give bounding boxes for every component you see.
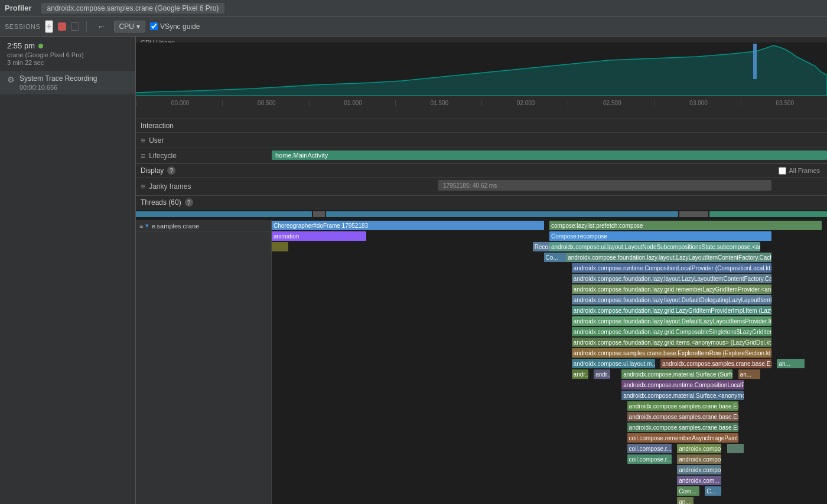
ui-layout-block[interactable]: androidx.compose.ui.layout.m... xyxy=(572,359,655,368)
small-block-1[interactable] xyxy=(727,444,744,453)
user-track-row: ≡ User xyxy=(136,133,827,148)
layoutnode-label: androidx.compose.ui.layout.LayoutNodeSub… xyxy=(551,244,760,250)
recording-name: System Trace Recording xyxy=(19,74,97,83)
choreo-label: Choreographer#doFrame 17952183 xyxy=(274,222,368,229)
com-block[interactable]: Com... xyxy=(677,486,699,496)
choreo-block[interactable]: Choreographer#doFrame 17952183 xyxy=(272,221,544,230)
explore-image-container-block[interactable]: androidx.compose.samples.crane.base.Expl… xyxy=(660,359,771,368)
hamburger-icon-janky[interactable]: ≡ xyxy=(141,182,145,191)
display-section: Display ? All Frames ≡ Janky frames 1795… xyxy=(136,164,827,196)
flame-row-5: A... androidx.compose.runtime.Compositio… xyxy=(272,263,827,273)
composition-local-label: androidx.compose.runtime.CompositionLoca… xyxy=(574,265,771,271)
flame-row-16: androidx.compose.runtime.CompositionLoca… xyxy=(272,379,827,390)
default-delegating-label: androidx.compose.foundation.lazy.layout.… xyxy=(574,297,771,303)
coil-async-block[interactable]: coil.compose.rememberAsyncImagePainter (… xyxy=(627,433,738,443)
andr-block-2[interactable]: andr... xyxy=(594,369,610,379)
co-block[interactable]: Co... xyxy=(544,253,566,262)
session-duration: 3 min 22 sec xyxy=(7,59,128,66)
ruler-tick-4: 02.000 xyxy=(481,100,568,106)
thread-labels-panel: ≡ ▾ e.samples.crane xyxy=(136,220,272,504)
lazylist-label: compose:lazylist:prefetch:compose xyxy=(551,222,643,229)
title-bar: Profiler androidx.compose.samples.crane … xyxy=(0,0,827,17)
all-frames-check[interactable]: All Frames xyxy=(779,167,820,175)
explore-item-row-label: androidx.compose.samples.crane.base.Expl… xyxy=(574,350,771,356)
square-button[interactable] xyxy=(71,22,79,31)
cached-content-block[interactable]: androidx.compose.foundation.lazy.layout.… xyxy=(572,274,771,283)
janky-frames-value: 17952185: 40.62 ms xyxy=(443,182,497,189)
flame-row-6: androidx.compose.foundation.lazy.layout.… xyxy=(272,273,827,284)
default-delegating-block[interactable]: androidx.compose.foundation.lazy.layout.… xyxy=(572,295,771,305)
active-tab[interactable]: androidx.compose.samples.crane (Google P… xyxy=(41,3,225,14)
composition-local-block[interactable]: androidx.compose.runtime.CompositionLoca… xyxy=(572,263,771,273)
timeline-ruler: 00.000 00.500 01.000 01.500 02.000 02.50… xyxy=(136,96,827,110)
threads-help-icon[interactable]: ? xyxy=(185,198,193,207)
ui-layout-label: androidx.compose.ui.layout.m... xyxy=(574,361,655,367)
lazy-grid-dsl-block[interactable]: androidx.compose.foundation.lazy.grid.it… xyxy=(572,338,771,347)
material-surface-block[interactable]: androidx.compose.material.Surface (Surfa… xyxy=(621,369,732,379)
lazylist-block[interactable]: compose:lazylist:prefetch:compose xyxy=(549,221,822,230)
composition-local-2-block[interactable]: androidx.compose.runtime.CompositionLoca… xyxy=(621,380,744,390)
flame-row-24: androidx.compo... xyxy=(272,464,827,475)
lazy-content-block[interactable]: androidx.compose.foundation.lazy.layout.… xyxy=(566,253,771,262)
all-frames-checkbox[interactable] xyxy=(779,167,786,175)
material-surface-anon-block[interactable]: androidx.compose.material.Surface.<anony… xyxy=(621,391,744,400)
explore-l-block-2[interactable]: androidx.compose.samples.crane.base.Expl… xyxy=(627,412,738,421)
active-dot xyxy=(38,44,43,48)
compose-comp-block[interactable]: androidx.compo... xyxy=(677,454,721,464)
remember-lazy-label: androidx.compose.foundation.lazy.grid.re… xyxy=(574,286,771,293)
explore-l-block-1[interactable]: androidx.compose.samples.crane.base.Expl… xyxy=(627,401,738,411)
session-item[interactable]: 2:55 pm crane (Google Pixel 6 Pro) 3 min… xyxy=(0,37,135,71)
explore-l-block-3[interactable]: androidx.compose.samples.crane.base.Expl… xyxy=(627,423,738,432)
main-area: 2:55 pm crane (Google Pixel 6 Pro) 3 min… xyxy=(0,37,827,504)
material-surface-label: androidx.compose.material.Surface (Surfa… xyxy=(623,371,732,378)
cpu-label: CPU xyxy=(119,22,134,31)
left-panel: 2:55 pm crane (Google Pixel 6 Pro) 3 min… xyxy=(0,37,136,504)
toolbar: SESSIONS + ← CPU ▾ VSync guide xyxy=(0,17,827,37)
an-block-2[interactable]: an... xyxy=(738,369,761,379)
an-label-1: an... xyxy=(779,361,790,367)
c-block[interactable]: C... xyxy=(705,486,721,496)
recording-item[interactable]: ⚙ System Trace Recording 00:00:10.656 xyxy=(0,71,135,94)
composable-singletons-block[interactable]: androidx.compose.foundation.lazy.grid.Co… xyxy=(572,327,771,336)
animation-block[interactable]: animation xyxy=(272,231,366,241)
compose-comp-2-block[interactable]: androidx.compo... xyxy=(677,465,721,474)
stop-button[interactable] xyxy=(58,22,66,31)
vsync-checkbox[interactable] xyxy=(150,22,158,30)
lazy-grid-impl-block[interactable]: androidx.compose.foundation.lazy.grid.La… xyxy=(572,306,771,315)
flame-row-8: androidx.compose.foundation.lazy.layout.… xyxy=(272,294,827,305)
animation-label: animation xyxy=(274,233,299,240)
hamburger-icon-user[interactable]: ≡ xyxy=(141,136,145,145)
explore-item-row-block[interactable]: androidx.compose.samples.crane.base.Expl… xyxy=(572,348,771,358)
ruler-tick-5: 02.500 xyxy=(568,100,654,106)
add-session-button[interactable]: + xyxy=(45,20,53,33)
flame-row-22: coil.compose.r... androidx.compose.u... xyxy=(272,443,827,454)
cpu-dropdown[interactable]: CPU ▾ xyxy=(114,21,145,32)
layoutnode-block[interactable]: androidx.compose.ui.layout.LayoutNodeSub… xyxy=(549,242,760,251)
compose-com-block[interactable]: androidx.com... xyxy=(677,476,721,485)
display-help-icon[interactable]: ? xyxy=(167,166,175,175)
compose-u-block[interactable]: androidx.compose.u... xyxy=(677,444,721,453)
coil-r-label-1: coil.compose.r... xyxy=(629,446,672,452)
coil-r-block-1[interactable]: coil.compose.r... xyxy=(627,444,672,453)
default-lazy-items-block[interactable]: androidx.compose.foundation.lazy.layout.… xyxy=(572,316,771,326)
threads-scroll[interactable]: ≡ ▾ e.samples.crane Choreographer#doFram… xyxy=(136,220,827,504)
main-thread-label-row[interactable]: ≡ ▾ e.samples.crane xyxy=(136,220,271,232)
hamburger-icon-lifecycle[interactable]: ≡ xyxy=(141,151,145,161)
recording-info: System Trace Recording 00:00:10.656 xyxy=(19,74,97,91)
coil-async-label: coil.compose.rememberAsyncImagePainter (… xyxy=(629,435,738,441)
vsync-checkbox-label[interactable]: VSync guide xyxy=(150,22,200,31)
lazy-content-label: androidx.compose.foundation.lazy.layout.… xyxy=(568,254,771,261)
anim-detail-block[interactable] xyxy=(272,242,288,251)
remember-lazy-block[interactable]: androidx.compose.foundation.lazy.grid.re… xyxy=(572,284,771,294)
back-button[interactable]: ← xyxy=(94,21,109,32)
compose-comp-2-label: androidx.compo... xyxy=(679,467,721,473)
user-track-label: ≡ User xyxy=(136,136,272,145)
dropdown-arrow-icon: ▾ xyxy=(136,22,140,31)
compose-recompose-block[interactable]: Compose:recompose xyxy=(549,231,771,241)
flame-row-10: androidx.compose.foundation.lazy.layout.… xyxy=(272,316,827,326)
an-block-3[interactable]: an... xyxy=(677,497,693,504)
an-block-1[interactable]: an... xyxy=(777,359,805,368)
andr-block-1[interactable]: andr... xyxy=(572,369,588,379)
vsync-label: VSync guide xyxy=(160,22,200,31)
coil-r-block-2[interactable]: coil.compose.r... xyxy=(627,454,672,464)
